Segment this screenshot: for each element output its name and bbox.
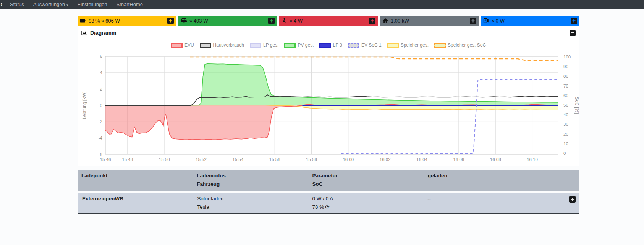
svg-text:15:48: 15:48 [122,157,133,162]
charging-station-icon [483,18,489,23]
svg-text:0: 0 [563,151,566,156]
badge-battery[interactable]: 98 % » 606 W [78,16,176,26]
chevron-down-icon: ▾ [66,3,68,7]
svg-text:15:50: 15:50 [159,157,170,162]
col-header-ladepunkt: Ladepunkt [78,172,193,188]
svg-text:40: 40 [563,112,568,117]
svg-text:15:54: 15:54 [232,157,243,162]
col-header-lademodus-fahrzeug: LademodusFahrzeug [193,172,308,188]
add-button[interactable] [571,18,577,24]
add-button[interactable] [268,18,275,24]
svg-text:16:00: 16:00 [343,157,354,162]
svg-text:-4: -4 [99,136,103,140]
diagram-card: Diagramm EVUHausverbrauchLP ges.PV ges.L… [78,26,579,166]
parameter-soc-cell: 0 W / 0 A 78 %⟳ [309,195,424,211]
vehicle-value: Tesla [197,203,308,211]
legend-swatch-icon [250,43,261,48]
legend-item[interactable]: PV ges. [284,42,314,48]
chart-legend: EVUHausverbrauchLP ges.PV ges.LP 3EV SoC… [78,39,579,51]
diagram-chart[interactable]: 6420-2-4-6100908070605040302010015:4615:… [78,51,579,165]
legend-item[interactable]: Speicher ges. SoC [434,42,486,48]
badge-house[interactable]: 1,00 kW [380,16,479,26]
svg-text:-2: -2 [99,119,102,124]
svg-text:6: 6 [100,54,102,58]
badge-house-label: 1,00 kW [391,18,409,24]
legend-item[interactable]: EVU [171,42,194,48]
svg-text:15:56: 15:56 [269,157,280,162]
svg-text:80: 80 [563,74,568,78]
power-tower-icon [282,18,287,23]
legend-swatch-icon [387,43,399,48]
parameter-value: 0 W / 0 A [312,195,424,203]
svg-text:Leistung [kW]: Leistung [kW] [82,91,87,119]
svg-text:15:52: 15:52 [196,157,207,162]
solar-panel-icon [181,18,187,23]
table-header-row: Ladepunkt LademodusFahrzeug ParameterSoC… [78,170,579,191]
status-badge-row: 98 % » 606 W » 403 W « 4 W [78,16,579,26]
chargepoint-name: Externe openWB [78,195,193,211]
svg-text:90: 90 [563,64,568,69]
add-button[interactable] [167,18,174,24]
svg-text:30: 30 [563,122,568,127]
badge-chargepoint-label: « 0 W [492,18,505,24]
nav-item-smarthome[interactable]: SmartHome [112,0,147,9]
svg-text:15:58: 15:58 [306,157,317,162]
svg-text:20: 20 [563,132,568,136]
badge-battery-label: 98 % » 606 W [89,18,120,24]
brand-logo-fragment[interactable]: B [1,0,5,9]
badge-chargepoint[interactable]: « 0 W [481,16,579,26]
badge-grid[interactable]: « 4 W [279,16,378,26]
svg-text:16:08: 16:08 [490,157,501,162]
svg-text:60: 60 [563,93,568,98]
chargemode-value: Sofortladen [197,195,308,203]
nav-item-einstellungen[interactable]: Einstellungen [73,0,112,9]
page: B Status Auswertungen▾ Einstellungen Sma… [0,0,644,245]
badge-pv[interactable]: » 403 W [178,16,277,26]
nav-item-auswertungen[interactable]: Auswertungen▾ [29,0,73,10]
legend-item[interactable]: Hausverbrauch [200,42,244,48]
minus-icon [571,32,574,33]
svg-text:0: 0 [100,103,102,108]
svg-text:4: 4 [100,70,103,75]
svg-text:10: 10 [563,141,568,146]
svg-text:100: 100 [563,55,571,59]
legend-swatch-icon [200,43,211,48]
badge-grid-label: « 4 W [290,18,303,24]
battery-icon [80,18,86,23]
svg-text:16:06: 16:06 [453,157,464,162]
charged-energy-cell: -- [424,195,579,211]
charged-value: -- [427,195,579,203]
chargemode-vehicle-cell: Sofortladen Tesla [193,195,308,211]
house-icon [382,18,388,23]
chargepoint-table: Ladepunkt LademodusFahrzeug ParameterSoC… [78,170,579,214]
table-row[interactable]: Externe openWB Sofortladen Tesla 0 W / 0… [78,193,579,214]
legend-item[interactable]: LP 3 [319,42,342,48]
diagram-title: Diagramm [90,30,116,36]
svg-text:50: 50 [563,103,568,107]
add-button[interactable] [470,18,476,24]
collapse-button[interactable] [570,30,576,36]
legend-item[interactable]: EV SoC 1 [348,42,382,48]
svg-text:2: 2 [100,87,102,91]
expand-row-button[interactable] [569,196,576,203]
col-header-parameter-soc: ParameterSoC [308,172,424,188]
svg-text:SoC [%]: SoC [%] [574,97,579,114]
nav-item-status[interactable]: Status [5,0,29,9]
badge-pv-label: » 403 W [189,18,208,24]
svg-text:16:10: 16:10 [527,157,538,162]
soc-value: 78 % [312,204,324,210]
legend-item[interactable]: LP ges. [250,42,278,48]
legend-swatch-icon [319,43,331,48]
chart-area-icon [81,30,87,35]
legend-item[interactable]: Speicher ges. [387,42,429,48]
svg-text:16:02: 16:02 [380,157,391,162]
svg-text:16:04: 16:04 [416,157,427,162]
legend-swatch-icon [348,43,359,48]
add-button[interactable] [369,18,375,24]
col-header-geladen: geladen [424,172,579,188]
svg-text:70: 70 [563,84,568,88]
svg-text:15:46: 15:46 [100,157,111,162]
diagram-card-header: Diagramm [78,26,579,39]
refresh-soc-icon[interactable]: ⟳ [325,204,329,210]
navbar: B Status Auswertungen▾ Einstellungen Sma… [0,0,644,9]
